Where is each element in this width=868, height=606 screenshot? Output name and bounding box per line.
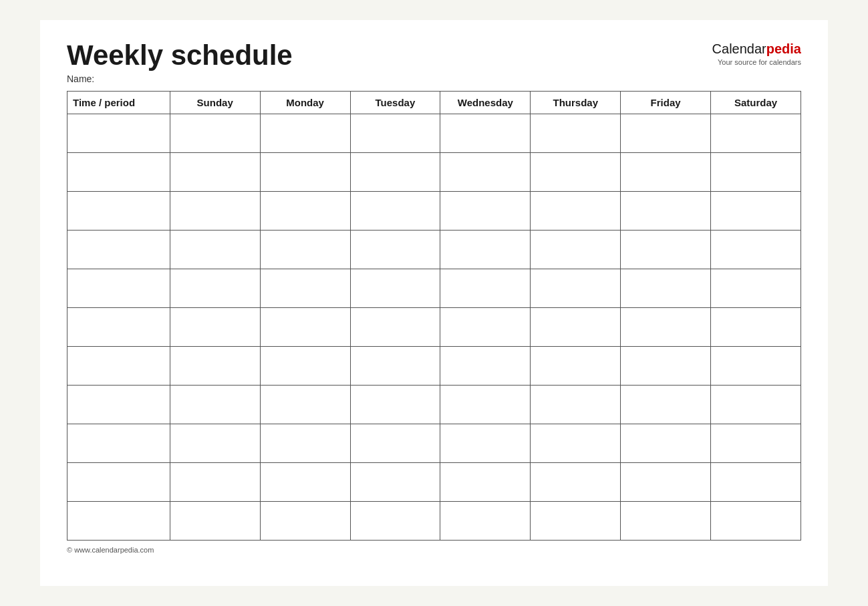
table-cell[interactable] — [260, 192, 350, 231]
table-cell[interactable] — [170, 424, 260, 463]
table-cell[interactable] — [170, 114, 260, 153]
table-row — [67, 231, 801, 269]
table-row — [67, 192, 801, 231]
table-cell[interactable] — [621, 308, 711, 347]
table-cell[interactable] — [711, 269, 801, 308]
table-cell[interactable] — [170, 192, 260, 231]
table-cell[interactable] — [260, 502, 350, 541]
table-cell[interactable] — [67, 347, 170, 386]
table-cell[interactable] — [711, 308, 801, 347]
table-cell[interactable] — [711, 192, 801, 231]
table-row — [67, 114, 801, 153]
table-cell[interactable] — [67, 114, 170, 153]
table-cell[interactable] — [260, 114, 350, 153]
table-cell[interactable] — [531, 463, 621, 502]
table-cell[interactable] — [260, 269, 350, 308]
table-cell[interactable] — [531, 308, 621, 347]
table-cell[interactable] — [621, 502, 711, 541]
table-cell[interactable] — [67, 231, 170, 269]
table-cell[interactable] — [440, 269, 531, 308]
table-cell[interactable] — [350, 502, 440, 541]
table-row — [67, 502, 801, 541]
logo-section: Calendarpedia Your source for calendars — [712, 40, 801, 67]
table-cell[interactable] — [350, 231, 440, 269]
table-cell[interactable] — [170, 463, 260, 502]
table-cell[interactable] — [440, 231, 531, 269]
table-cell[interactable] — [621, 192, 711, 231]
table-cell[interactable] — [621, 347, 711, 386]
table-cell[interactable] — [170, 231, 260, 269]
table-cell[interactable] — [67, 153, 170, 192]
table-cell[interactable] — [621, 386, 711, 424]
table-cell[interactable] — [621, 269, 711, 308]
table-cell[interactable] — [711, 347, 801, 386]
table-cell[interactable] — [67, 386, 170, 424]
table-cell[interactable] — [711, 386, 801, 424]
table-cell[interactable] — [531, 269, 621, 308]
table-cell[interactable] — [531, 153, 621, 192]
title-section: Weekly schedule Name: — [67, 40, 293, 84]
table-row — [67, 269, 801, 308]
table-cell[interactable] — [440, 463, 531, 502]
table-cell[interactable] — [350, 463, 440, 502]
table-cell[interactable] — [440, 114, 531, 153]
table-cell[interactable] — [440, 386, 531, 424]
table-cell[interactable] — [350, 424, 440, 463]
table-cell[interactable] — [350, 269, 440, 308]
table-cell[interactable] — [531, 502, 621, 541]
table-cell[interactable] — [350, 347, 440, 386]
table-cell[interactable] — [711, 153, 801, 192]
table-cell[interactable] — [260, 308, 350, 347]
table-cell[interactable] — [531, 386, 621, 424]
table-cell[interactable] — [531, 347, 621, 386]
table-cell[interactable] — [621, 231, 711, 269]
table-cell[interactable] — [531, 424, 621, 463]
table-cell[interactable] — [440, 424, 531, 463]
table-cell[interactable] — [260, 424, 350, 463]
table-cell[interactable] — [170, 269, 260, 308]
table-cell[interactable] — [170, 347, 260, 386]
table-cell[interactable] — [67, 269, 170, 308]
table-cell[interactable] — [531, 192, 621, 231]
table-cell[interactable] — [440, 153, 531, 192]
table-cell[interactable] — [440, 192, 531, 231]
table-cell[interactable] — [350, 153, 440, 192]
table-cell[interactable] — [440, 308, 531, 347]
table-cell[interactable] — [67, 192, 170, 231]
table-cell[interactable] — [67, 308, 170, 347]
table-cell[interactable] — [350, 386, 440, 424]
table-cell[interactable] — [170, 308, 260, 347]
col-header-wednesday: Wednesday — [440, 92, 531, 114]
table-cell[interactable] — [621, 114, 711, 153]
table-cell[interactable] — [260, 386, 350, 424]
table-cell[interactable] — [170, 386, 260, 424]
table-cell[interactable] — [711, 463, 801, 502]
table-cell[interactable] — [711, 114, 801, 153]
table-cell[interactable] — [170, 153, 260, 192]
table-row — [67, 153, 801, 192]
table-cell[interactable] — [260, 153, 350, 192]
table-cell[interactable] — [711, 502, 801, 541]
table-cell[interactable] — [350, 114, 440, 153]
table-cell[interactable] — [621, 463, 711, 502]
table-cell[interactable] — [711, 231, 801, 269]
table-cell[interactable] — [67, 502, 170, 541]
table-cell[interactable] — [170, 502, 260, 541]
col-header-saturday: Saturday — [711, 92, 801, 114]
table-cell[interactable] — [350, 192, 440, 231]
table-cell[interactable] — [440, 347, 531, 386]
table-cell[interactable] — [621, 424, 711, 463]
table-cell[interactable] — [531, 231, 621, 269]
table-cell[interactable] — [531, 114, 621, 153]
table-cell[interactable] — [621, 153, 711, 192]
table-cell[interactable] — [440, 502, 531, 541]
table-cell[interactable] — [711, 424, 801, 463]
table-cell[interactable] — [260, 347, 350, 386]
name-label: Name: — [67, 73, 293, 84]
table-cell[interactable] — [260, 463, 350, 502]
table-cell[interactable] — [350, 308, 440, 347]
table-cell[interactable] — [260, 231, 350, 269]
table-cell[interactable] — [67, 424, 170, 463]
table-row — [67, 386, 801, 424]
table-cell[interactable] — [67, 463, 170, 502]
